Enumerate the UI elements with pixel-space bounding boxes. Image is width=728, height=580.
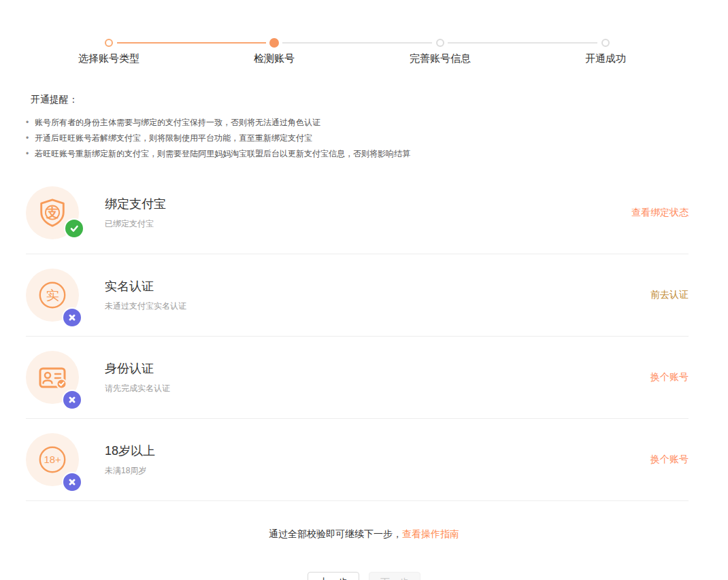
check-fail-icon (62, 390, 82, 410)
notice-list: 账号所有者的身份主体需要与绑定的支付宝保持一致，否则将无法通过角色认证 开通后旺… (26, 115, 728, 162)
svg-text:实: 实 (46, 288, 59, 303)
switch-account-link[interactable]: 换个账号 (650, 371, 689, 383)
footer-tip: 通过全部校验即可继续下一步，查看操作指南 (0, 528, 728, 541)
check-subtitle: 请先完成实名认证 (105, 383, 650, 394)
check-fail-icon (62, 307, 82, 328)
switch-account-link[interactable]: 换个账号 (650, 454, 689, 466)
step-label-select-account-type: 选择账号类型 (34, 52, 184, 65)
stepper-segment-pending (448, 42, 597, 44)
step-label-complete-info: 完善账号信息 (365, 52, 515, 65)
idcard-icon (26, 351, 79, 404)
check-row-age: 18+ 18岁以上 未满18周岁 换个账号 (26, 419, 689, 501)
check-title: 身份认证 (105, 360, 650, 377)
go-verify-link[interactable]: 前去认证 (650, 289, 689, 301)
step-label-success: 开通成功 (531, 52, 680, 65)
view-binding-status-link[interactable]: 查看绑定状态 (631, 207, 689, 219)
age-18plus-icon: 18+ (26, 433, 79, 486)
notice-item: 若旺旺账号重新绑定新的支付宝，则需要登陆阿里妈妈淘宝联盟后台以更新支付宝信息，否… (26, 146, 728, 162)
check-title: 绑定支付宝 (105, 196, 631, 212)
stepper: 选择账号类型 检测账号 完善账号信息 开通成功 (0, 14, 728, 68)
step-label-check-account: 检测账号 (199, 52, 349, 65)
svg-text:支: 支 (46, 206, 59, 220)
step-dot-select-account-type (105, 39, 113, 47)
svg-text:18+: 18+ (44, 454, 61, 465)
alipay-shield-icon: 支 (26, 186, 79, 239)
footer-tip-text: 通过全部校验即可继续下一步， (269, 528, 402, 539)
notice-item: 账号所有者的身份主体需要与绑定的支付宝保持一致，否则将无法通过角色认证 (26, 115, 728, 131)
check-row-realname: 实 实名认证 未通过支付宝实名认证 前去认证 (26, 254, 689, 337)
check-title: 18岁以上 (105, 443, 650, 459)
check-subtitle: 未满18周岁 (105, 465, 650, 477)
prev-step-button[interactable]: 上一步 (308, 572, 359, 580)
realname-icon: 实 (26, 269, 79, 322)
stepper-segment-pending (282, 42, 432, 44)
check-fail-icon (62, 472, 82, 492)
notice-title: 开通提醒： (31, 94, 728, 106)
step-dot-success (601, 39, 610, 47)
stepper-segment-done (117, 42, 266, 44)
next-step-button[interactable]: 下一步 (369, 572, 420, 580)
notice-item: 开通后旺旺账号若解绑支付宝，则将限制使用平台功能，直至重新绑定支付宝 (26, 131, 728, 146)
check-title: 实名认证 (105, 278, 650, 294)
wizard-buttons: 上一步 下一步 (0, 572, 728, 580)
step-dot-complete-info (436, 39, 444, 47)
check-row-bind-alipay: 支 绑定支付宝 已绑定支付宝 查看绑定状态 (26, 172, 689, 254)
activation-notice: 开通提醒： 账号所有者的身份主体需要与绑定的支付宝保持一致，否则将无法通过角色认… (26, 94, 728, 162)
check-row-identity: 身份认证 请先完成实名认证 换个账号 (26, 337, 689, 419)
check-subtitle: 未通过支付宝实名认证 (105, 301, 650, 312)
verification-check-list: 支 绑定支付宝 已绑定支付宝 查看绑定状态 实 (26, 172, 689, 501)
check-subtitle: 已绑定支付宝 (105, 218, 631, 230)
step-dot-check-account (269, 38, 279, 48)
view-guide-link[interactable]: 查看操作指南 (402, 528, 459, 539)
check-pass-icon (64, 218, 84, 239)
